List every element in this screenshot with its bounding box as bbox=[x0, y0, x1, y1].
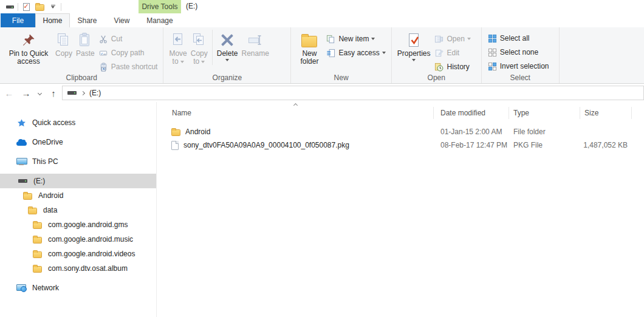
tab-home[interactable]: Home bbox=[35, 13, 70, 27]
back-button[interactable]: ← bbox=[0, 86, 18, 100]
paste-label: Paste bbox=[76, 50, 95, 58]
tab-file[interactable]: File bbox=[1, 13, 35, 27]
up-button[interactable]: ↑ bbox=[45, 86, 62, 100]
recent-locations-button[interactable] bbox=[34, 86, 45, 100]
drive-icon bbox=[17, 179, 28, 183]
rename-button[interactable]: Rename bbox=[239, 29, 270, 58]
delete-button[interactable]: Delete bbox=[215, 29, 240, 61]
cut-button[interactable]: Cut bbox=[97, 33, 160, 45]
star-icon bbox=[16, 118, 27, 128]
chevron-right-icon bbox=[81, 90, 85, 95]
file-row-android[interactable]: Android 01-Jan-15 2:00 AM File folder bbox=[157, 125, 644, 138]
ribbon-tab-row: File Home Share View Manage bbox=[0, 13, 644, 27]
select-none-icon bbox=[487, 48, 498, 57]
edit-button[interactable]: Edit bbox=[432, 47, 472, 59]
sidebar-item-drive-e[interactable]: (E:) bbox=[0, 174, 156, 188]
delete-icon bbox=[219, 30, 235, 50]
navigation-pane: Quick access OneDrive This PC (E:) Andro… bbox=[0, 102, 157, 317]
invert-selection-icon bbox=[487, 62, 498, 71]
forward-button[interactable]: → bbox=[18, 86, 34, 100]
column-header-name[interactable]: Name bbox=[157, 107, 434, 119]
qat-customize-button[interactable] bbox=[46, 1, 60, 13]
new-item-icon bbox=[326, 35, 336, 44]
network-icon bbox=[16, 284, 27, 291]
rename-icon bbox=[247, 30, 263, 50]
chevron-down-icon bbox=[37, 90, 41, 95]
new-folder-button[interactable]: New folder bbox=[295, 29, 324, 66]
tab-manage[interactable]: Manage bbox=[139, 13, 181, 27]
easy-access-icon bbox=[326, 49, 336, 58]
folder-icon bbox=[32, 265, 43, 273]
sidebar-item-label: com.sony.dtv.osat.album bbox=[48, 264, 128, 273]
properties-button[interactable]: Properties bbox=[396, 29, 433, 61]
sidebar-item-android[interactable]: Android bbox=[0, 188, 156, 203]
copy-button[interactable]: Copy bbox=[53, 29, 74, 58]
sidebar-item-com-sony-dtv-osat-album[interactable]: com.sony.dtv.osat.album bbox=[0, 261, 156, 276]
copy-to-icon bbox=[191, 30, 207, 50]
folder-icon bbox=[32, 221, 43, 229]
cloud-icon bbox=[16, 139, 27, 146]
column-header-date-modified[interactable]: Date modified bbox=[434, 107, 509, 119]
file-type: PKG File bbox=[509, 138, 580, 152]
invert-selection-button[interactable]: Invert selection bbox=[485, 60, 551, 72]
sidebar-item-com-google-android-music[interactable]: com.google.android.music bbox=[0, 232, 156, 247]
folder-icon bbox=[22, 192, 33, 200]
sidebar-item-com-google-android-gms[interactable]: com.google.android.gms bbox=[0, 217, 156, 232]
paste-shortcut-button[interactable]: Paste shortcut bbox=[97, 61, 160, 73]
qat-new-folder-button[interactable] bbox=[33, 1, 46, 13]
invert-selection-label: Invert selection bbox=[500, 62, 549, 70]
sidebar-item-this-pc[interactable]: This PC bbox=[0, 154, 156, 169]
sidebar-item-com-google-android-videos[interactable]: com.google.android.videos bbox=[0, 247, 156, 261]
contextual-tab-drive-tools[interactable]: Drive Tools bbox=[139, 0, 181, 13]
history-button[interactable]: History bbox=[432, 61, 472, 73]
pin-to-quick-access-button[interactable]: Pin to Quick access bbox=[4, 29, 53, 66]
open-icon bbox=[434, 35, 444, 44]
new-item-button[interactable]: New item bbox=[324, 33, 387, 45]
copy-to-label-line2: to bbox=[193, 58, 199, 66]
breadcrumb-location[interactable]: (E:) bbox=[89, 89, 101, 97]
sidebar-item-label: com.google.android.music bbox=[48, 235, 133, 244]
file-row-sony-pkg[interactable]: sony_dtv0FA50A09A0A9_00004100_0f050087.p… bbox=[157, 138, 644, 152]
copy-path-label: Copy path bbox=[111, 49, 145, 57]
sidebar-item-quick-access[interactable]: Quick access bbox=[0, 115, 156, 130]
sidebar-item-label: This PC bbox=[32, 157, 58, 166]
folder-icon bbox=[32, 236, 43, 244]
group-inner-divider bbox=[212, 30, 213, 65]
file-date-modified: 08-Feb-17 12:47 PM bbox=[434, 138, 509, 152]
open-button[interactable]: Open bbox=[432, 33, 472, 45]
column-header-type[interactable]: Type bbox=[509, 107, 580, 119]
pin-label: Pin to Quick access bbox=[5, 50, 52, 66]
address-breadcrumb[interactable]: (E:) bbox=[62, 86, 644, 100]
easy-access-button[interactable]: Easy access bbox=[324, 47, 387, 59]
sidebar-item-network[interactable]: Network bbox=[0, 281, 156, 295]
customize-qat-dropdown-icon bbox=[51, 5, 55, 9]
dropdown-icon bbox=[180, 61, 184, 63]
sidebar-item-label: Quick access bbox=[32, 118, 75, 127]
column-header-size[interactable]: Size bbox=[580, 107, 632, 119]
paste-button[interactable]: Paste bbox=[74, 29, 97, 58]
app-drive-icon[interactable] bbox=[3, 1, 16, 13]
new-group-label: New bbox=[291, 73, 391, 82]
sidebar-item-onedrive[interactable]: OneDrive bbox=[0, 135, 156, 149]
select-none-button[interactable]: Select none bbox=[485, 46, 551, 58]
copy-path-icon bbox=[98, 49, 109, 58]
tab-share[interactable]: Share bbox=[70, 13, 104, 27]
open-label: Open bbox=[447, 35, 464, 43]
properties-icon bbox=[406, 30, 422, 50]
move-to-button[interactable]: Move to bbox=[167, 29, 188, 66]
new-item-label: New item bbox=[338, 35, 369, 43]
qat-properties-button[interactable] bbox=[19, 1, 33, 13]
copy-icon bbox=[56, 30, 72, 50]
edit-icon bbox=[434, 49, 444, 58]
file-size: 1,487,052 KB bbox=[580, 138, 632, 152]
select-all-button[interactable]: Select all bbox=[485, 32, 551, 44]
copy-path-button[interactable]: Copy path bbox=[97, 47, 160, 59]
tab-view[interactable]: View bbox=[104, 13, 139, 27]
cut-label: Cut bbox=[111, 35, 123, 43]
address-bar-row: ← → ↑ (E:) bbox=[0, 84, 644, 102]
pkg-file-icon bbox=[171, 141, 179, 150]
drive-icon bbox=[6, 5, 14, 9]
file-type: File folder bbox=[509, 125, 580, 138]
sidebar-item-data[interactable]: data bbox=[0, 203, 156, 217]
copy-to-button[interactable]: Copy to bbox=[189, 29, 210, 66]
